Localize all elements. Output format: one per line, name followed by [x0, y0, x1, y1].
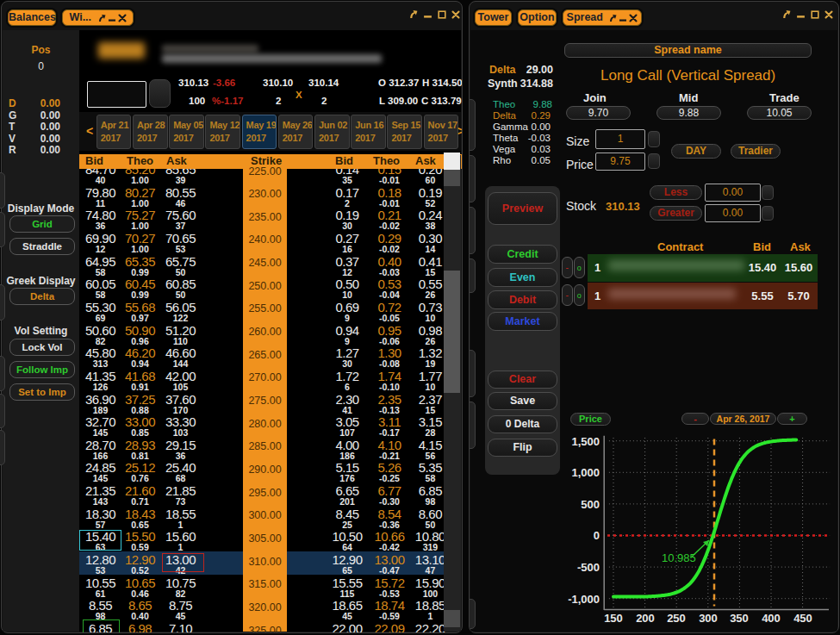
- svg-text:10.985: 10.985: [662, 551, 696, 564]
